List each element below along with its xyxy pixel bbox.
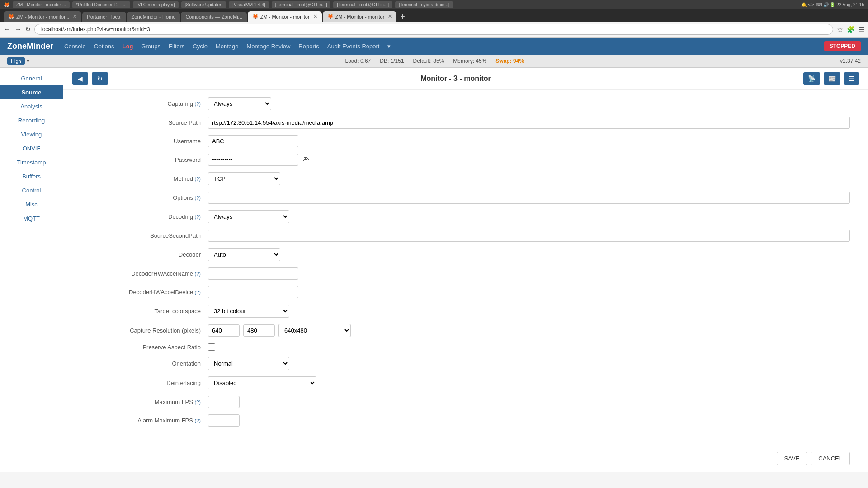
tab-zoneminder-home[interactable]: ZoneMinder - Home	[127, 12, 180, 22]
alarm-max-fps-help[interactable]: (?)	[195, 418, 201, 423]
password-label: Password	[81, 156, 208, 163]
taskbar-item[interactable]: [VisualVM 1.4.3]	[229, 1, 269, 8]
decoder-hw-accel-device-input[interactable]	[208, 286, 298, 298]
sidebar-item-onvif[interactable]: ONVIF	[0, 141, 63, 155]
max-fps-input[interactable]	[208, 396, 240, 408]
sidebar-item-buffers[interactable]: Buffers	[0, 169, 63, 183]
method-help[interactable]: (?)	[195, 176, 201, 182]
options-input[interactable]	[208, 192, 850, 204]
source-second-path-input[interactable]	[208, 230, 850, 242]
nav-montage-review[interactable]: Montage Review	[246, 43, 290, 50]
max-fps-help[interactable]: (?)	[195, 399, 201, 405]
tab-active-2[interactable]: 🦊ZM - Monitor - monitor✕	[323, 11, 397, 22]
form-row-preserve-aspect: Preserve Aspect Ratio	[81, 343, 850, 351]
deinterlacing-select[interactable]: Disabled 4-field weave Discard field Lin…	[208, 376, 316, 389]
form-row-options: Options (?)	[81, 192, 850, 204]
address-bar[interactable]: localhost/zm/index.php?view=monitor&mid=…	[34, 24, 833, 35]
page-header: ◀ ↻ Monitor - 3 - monitor 📡 📰 ☰	[63, 68, 868, 90]
decoder-hw-accel-name-input[interactable]	[208, 267, 298, 280]
nav-filters[interactable]: Filters	[169, 43, 184, 50]
preserve-aspect-checkbox[interactable]	[208, 343, 215, 351]
tab-portainer[interactable]: Portainer | local	[82, 12, 126, 22]
options-help[interactable]: (?)	[195, 195, 201, 201]
form-row-method: Method (?) TCP UDP HTTP	[81, 172, 850, 185]
decoding-help[interactable]: (?)	[195, 214, 201, 220]
taskbar-item[interactable]: [Terminal - root@CTLin...]	[272, 1, 331, 8]
tab-active-1[interactable]: 🦊ZM - Monitor - monitor✕	[248, 11, 322, 22]
sidebar-item-timestamp[interactable]: Timestamp	[0, 155, 63, 169]
form-row-capture-resolution: Capture Resolution (pixels) 640x480 1280…	[81, 324, 850, 337]
capturing-select[interactable]: Always In Hours Never	[208, 97, 271, 110]
refresh-button[interactable]: ↻	[92, 72, 108, 85]
target-colorspace-select[interactable]: 32 bit colour 24 bit colour 8 bit grey	[208, 305, 289, 318]
extensions-icon[interactable]: 🧩	[847, 26, 854, 33]
source-path-input[interactable]	[208, 117, 850, 129]
password-toggle-icon[interactable]: 👁	[302, 156, 309, 164]
decoder-hw-accel-device-label: DecoderHWAccelDevice (?)	[81, 289, 208, 296]
sidebar-item-control[interactable]: Control	[0, 183, 63, 197]
password-input[interactable]	[208, 154, 298, 166]
deinterlacing-label: Deinterlacing	[81, 380, 208, 386]
content-wrapper: General Source Analysis Recording Viewin…	[0, 68, 868, 472]
menu-icon[interactable]: ☰	[858, 25, 864, 34]
nav-reports[interactable]: Reports	[298, 43, 319, 50]
sidebar-item-general[interactable]: General	[0, 71, 63, 85]
decoding-select[interactable]: Always Adaptive Never	[208, 210, 289, 223]
rss-icon-btn[interactable]: 📡	[803, 72, 820, 85]
orientation-label: Orientation	[81, 360, 208, 367]
back-button[interactable]: ←	[4, 25, 11, 33]
db-stat: DB: 1/151	[380, 58, 404, 64]
sidebar-item-source[interactable]: Source	[0, 85, 63, 99]
priority-badge[interactable]: High	[7, 57, 25, 65]
firefox-icon: 🦊	[4, 2, 10, 8]
capture-resolution-w-input[interactable]	[208, 324, 240, 337]
tab-1[interactable]: 🦊ZM - Monitor - monitor...✕	[4, 11, 81, 22]
sidebar-item-analysis[interactable]: Analysis	[0, 99, 63, 113]
cancel-button[interactable]: CANCEL	[811, 452, 850, 465]
list-icon-btn[interactable]: ☰	[844, 72, 859, 85]
decoder-hw-accel-name-label: DecoderHWAccelName (?)	[81, 270, 208, 277]
sidebar-item-recording[interactable]: Recording	[0, 113, 63, 127]
decoder-hw-accel-name-help[interactable]: (?)	[195, 271, 201, 277]
taskbar-item[interactable]: [Terminal - root@CTLin...]	[333, 1, 392, 8]
taskbar-item[interactable]: *Untitled Document 2 - ...	[72, 1, 130, 8]
method-select[interactable]: TCP UDP HTTP	[208, 172, 280, 185]
nav-log[interactable]: Log	[123, 43, 133, 50]
username-label: Username	[81, 138, 208, 145]
forward-button[interactable]: →	[14, 25, 22, 33]
nav-options[interactable]: Options	[94, 43, 114, 50]
decoder-select[interactable]: Auto H264 MJPEG	[208, 248, 280, 261]
orientation-select[interactable]: Normal Rotate 90 (CW) Rotate 90 (CCW) Ro…	[208, 357, 289, 370]
decoder-hw-accel-device-help[interactable]: (?)	[195, 290, 201, 295]
sidebar-item-misc[interactable]: Misc	[0, 197, 63, 211]
taskbar-item[interactable]: [VLC media player]	[133, 1, 179, 8]
nav-groups[interactable]: Groups	[141, 43, 160, 50]
new-tab-button[interactable]: +	[397, 12, 408, 22]
tab-components[interactable]: Components — ZoneMi...	[181, 12, 246, 22]
capture-resolution-h-input[interactable]	[243, 324, 275, 337]
taskbar-item[interactable]: ZM - Monitor - monitor ...	[13, 1, 70, 8]
alarm-max-fps-input[interactable]	[208, 414, 240, 427]
priority-arrow[interactable]: ▾	[27, 58, 29, 64]
back-nav-button[interactable]: ◀	[72, 72, 88, 85]
feed-icon-btn[interactable]: 📰	[824, 72, 840, 85]
sidebar: General Source Analysis Recording Viewin…	[0, 68, 63, 472]
nav-more-icon[interactable]: ▾	[387, 43, 391, 50]
form-row-capturing: Capturing (?) Always In Hours Never	[81, 97, 850, 110]
username-input[interactable]	[208, 135, 298, 147]
sidebar-item-mqtt[interactable]: MQTT	[0, 211, 63, 225]
taskbar-item[interactable]: [Terminal - cyberadmin...]	[395, 1, 453, 8]
decoder-label: Decoder	[81, 251, 208, 258]
nav-cycle[interactable]: Cycle	[193, 43, 208, 50]
max-fps-label: Maximum FPS (?)	[81, 399, 208, 405]
nav-console[interactable]: Console	[64, 43, 86, 50]
save-button[interactable]: SAVE	[777, 452, 807, 465]
taskbar-item[interactable]: [Software Updater]	[181, 1, 226, 8]
capture-resolution-preset-select[interactable]: 640x480 1280x720 868x488 320x240	[278, 324, 351, 337]
capturing-help[interactable]: (?)	[195, 101, 201, 107]
bookmark-icon[interactable]: ☆	[837, 25, 843, 34]
nav-audit[interactable]: Audit Events Report	[327, 43, 380, 50]
nav-montage[interactable]: Montage	[216, 43, 239, 50]
sidebar-item-viewing[interactable]: Viewing	[0, 127, 63, 141]
reload-button[interactable]: ↻	[25, 26, 31, 33]
